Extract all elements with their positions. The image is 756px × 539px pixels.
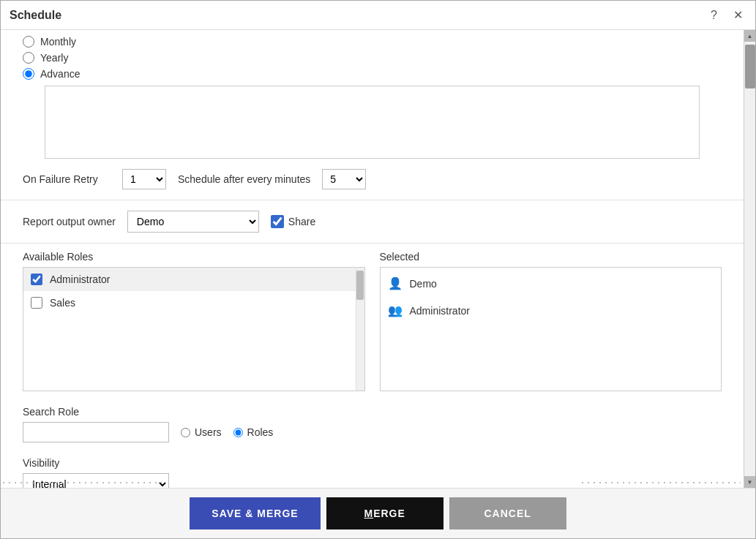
user-icon: 👤 bbox=[388, 276, 403, 290]
scroll-thumb bbox=[745, 45, 755, 88]
available-roles-heading: Available Roles bbox=[23, 251, 365, 263]
yearly-radio[interactable] bbox=[23, 52, 34, 64]
roles-radio-option[interactable]: Roles bbox=[233, 426, 274, 438]
group-icon: 👥 bbox=[388, 304, 403, 317]
advance-text-area bbox=[45, 86, 700, 159]
visibility-select[interactable]: Internal External All bbox=[23, 473, 169, 488]
monthly-label: Monthly bbox=[40, 36, 76, 48]
roles-label: Roles bbox=[247, 426, 274, 438]
search-label: Search Role bbox=[23, 406, 722, 418]
selected-heading: Selected bbox=[380, 251, 722, 263]
list-item[interactable]: Administrator bbox=[23, 268, 364, 291]
schedule-dialog: Schedule ? ✕ Monthly Yearly bbox=[0, 0, 756, 539]
visibility-section: Visibility Internal External All bbox=[1, 450, 744, 488]
monthly-option[interactable]: Monthly bbox=[23, 36, 722, 48]
search-row: Users Roles bbox=[23, 422, 722, 442]
dialog-body: Monthly Yearly Advance On Failure Retr bbox=[1, 30, 755, 488]
dialog-footer: SAVE & MERGE MERGE CANCEL bbox=[1, 488, 755, 538]
scroll-down-button[interactable]: ▼ bbox=[744, 476, 756, 488]
schedule-options-area: Monthly Yearly Advance bbox=[1, 30, 744, 159]
search-section: Search Role Users Roles bbox=[1, 399, 744, 450]
retry-middle-text: Schedule after every minutes bbox=[178, 173, 310, 185]
users-radio[interactable] bbox=[181, 428, 190, 437]
selected-administrator-label: Administrator bbox=[410, 305, 470, 317]
monthly-radio[interactable] bbox=[23, 36, 34, 48]
available-roles-list: Administrator Sales bbox=[23, 267, 365, 391]
main-scrollbar[interactable]: ▲ ▼ bbox=[744, 30, 755, 488]
list-item: 👤 Demo bbox=[388, 272, 714, 295]
retry-count-select[interactable]: 1 2 3 4 5 bbox=[122, 169, 166, 189]
advance-label: Advance bbox=[40, 68, 80, 80]
users-label: Users bbox=[195, 426, 222, 438]
help-button[interactable]: ? bbox=[707, 7, 721, 23]
list-item[interactable]: Sales bbox=[23, 291, 364, 314]
scroll-thumb bbox=[356, 271, 364, 300]
yearly-label: Yearly bbox=[40, 52, 68, 64]
save-merge-button[interactable]: SAVE & MERGE bbox=[190, 497, 320, 529]
header-icons: ? ✕ bbox=[707, 7, 746, 23]
retry-minutes-select[interactable]: 1 2 3 4 5 10 15 30 bbox=[322, 169, 366, 189]
share-option[interactable]: Share bbox=[271, 215, 315, 228]
administrator-label: Administrator bbox=[50, 274, 110, 285]
list-item: 👥 Administrator bbox=[388, 299, 714, 322]
administrator-checkbox[interactable] bbox=[31, 274, 42, 285]
yearly-option[interactable]: Yearly bbox=[23, 52, 722, 64]
main-content: Monthly Yearly Advance On Failure Retr bbox=[1, 30, 744, 488]
close-button[interactable]: ✕ bbox=[730, 7, 746, 23]
owner-select[interactable]: Demo Admin bbox=[127, 211, 259, 233]
sales-checkbox[interactable] bbox=[31, 297, 42, 309]
selected-list: 👤 Demo 👥 Administrator bbox=[380, 267, 722, 391]
radio-list: Monthly Yearly Advance bbox=[23, 30, 722, 86]
owner-label: Report output owner bbox=[23, 216, 116, 227]
advance-option[interactable]: Advance bbox=[23, 68, 722, 80]
cancel-button[interactable]: CANCEL bbox=[449, 497, 566, 529]
dialog-title: Schedule bbox=[10, 9, 61, 22]
owner-section: Report output owner Demo Admin Share bbox=[1, 200, 744, 244]
retry-row: On Failure Retry 1 2 3 4 5 Schedule afte… bbox=[1, 159, 744, 200]
available-roles-area: Available Roles Administrator Sales bbox=[23, 251, 365, 391]
visibility-label: Visibility bbox=[23, 457, 722, 469]
advance-radio[interactable] bbox=[23, 68, 34, 80]
roles-section: Available Roles Administrator Sales bbox=[1, 244, 744, 399]
share-label: Share bbox=[288, 216, 315, 227]
scroll-up-button[interactable]: ▲ bbox=[744, 30, 756, 42]
roles-radio[interactable] bbox=[233, 428, 243, 437]
merge-button[interactable]: MERGE bbox=[326, 497, 444, 529]
search-input[interactable] bbox=[23, 422, 169, 442]
dialog-header: Schedule ? ✕ bbox=[1, 1, 755, 30]
users-radio-option[interactable]: Users bbox=[181, 426, 222, 438]
share-checkbox[interactable] bbox=[271, 215, 284, 228]
merge-m-underline: MERGE bbox=[364, 508, 405, 519]
selected-roles-area: Selected 👤 Demo 👥 Administrator bbox=[380, 251, 722, 391]
sales-label: Sales bbox=[50, 297, 75, 309]
selected-demo-label: Demo bbox=[410, 278, 437, 290]
roles-scrollbar bbox=[356, 268, 364, 391]
retry-label: On Failure Retry bbox=[23, 173, 111, 185]
